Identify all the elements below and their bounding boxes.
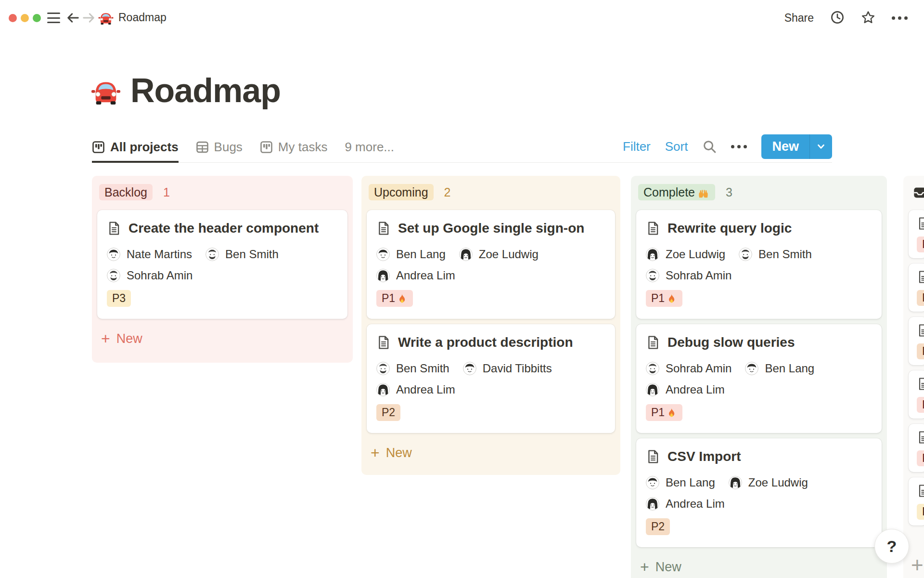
avatar [739,248,752,261]
help-button[interactable]: ? [874,529,909,564]
tab-my-tasks[interactable]: My tasks [260,133,328,163]
assignee: Sohrab Amin [646,362,732,375]
maximize-window-button[interactable] [33,14,41,22]
card-set-up-google-single-sign-on[interactable]: Set up Google single sign-on Ben Lang Zo… [367,210,615,319]
avatar [646,362,659,375]
assignee: Andrea Lim [376,383,455,396]
plus-icon: + [640,559,649,575]
more-options-icon[interactable] [892,16,908,20]
page-title-text[interactable]: Roadmap [130,71,281,110]
page-icon [917,270,924,284]
assignee: Zoe Ludwig [459,248,539,261]
view-tab-bar: All projects Bugs My tasks 9 more... Fil… [92,133,832,163]
card-partial[interactable]: P [909,263,924,312]
back-icon[interactable] [65,11,80,25]
card-partial[interactable]: P [909,424,924,472]
page-icon [917,377,924,391]
updates-clock-icon[interactable] [830,10,845,26]
avatar [459,248,473,261]
card-partial[interactable]: P [909,210,924,258]
priority-badge: P1 [376,290,413,307]
car-icon[interactable] [91,76,121,105]
card-count: 2 [444,185,451,199]
assignee: Ben Smith [205,248,279,261]
tab-all-projects[interactable]: All projects [92,133,179,163]
avatar [646,383,659,396]
card-create-the-header-component[interactable]: Create the header component Nate Martins… [97,210,347,319]
raised-hands-icon [697,186,710,199]
priority-badge: P1 [646,404,682,421]
assignee: Andrea Lim [376,269,455,282]
card-write-a-product-description[interactable]: Write a product description Ben Smith Da… [367,324,615,433]
add-card-button[interactable]: + New [97,331,347,346]
card-rewrite-query-logic[interactable]: Rewrite query logic Zoe Ludwig Ben Smith [636,210,882,319]
assignee: Zoe Ludwig [646,248,725,261]
card-partial[interactable]: P [909,477,924,525]
add-card-plus-icon[interactable]: + [911,553,924,577]
assignee: David Tibbitts [463,362,552,375]
page-icon [917,484,924,498]
add-card-button[interactable]: + New [367,445,615,460]
card-debug-slow-queries[interactable]: Debug slow queries Sohrab Amin Ben Lang [636,324,882,433]
favorite-star-icon[interactable] [861,10,875,26]
tab-more-views[interactable]: 9 more... [345,133,394,163]
assignee: Ben Smith [376,362,449,375]
priority-badge: P [917,343,924,359]
avatar [376,269,390,282]
sidebar-toggle-icon[interactable] [47,13,60,23]
assignee: Zoe Ludwig [729,476,808,489]
page-icon [376,335,391,350]
page-title: Roadmap [91,71,281,110]
priority-badge: P [917,236,924,252]
breadcrumb[interactable]: Roadmap [98,10,167,25]
priority-badge: P [917,450,924,466]
page-icon [917,217,924,230]
view-options-icon[interactable] [731,145,747,148]
priority-badge: P [917,504,924,520]
group-badge: Backlog [99,184,153,200]
new-button[interactable]: New [761,134,832,159]
avatar [646,497,659,511]
column-header[interactable]: Complete 3 [638,184,882,201]
avatar [646,476,659,489]
plus-icon: + [371,445,380,460]
card-partial[interactable]: P [909,370,924,419]
column-upcoming: Upcoming 2 Set up Google single sign-on … [361,176,620,475]
column-header[interactable] [912,184,924,201]
minimize-window-button[interactable] [21,14,29,22]
board-view-icon [260,141,273,154]
assignee: Sohrab Amin [107,269,192,282]
page-icon [376,221,391,236]
assignee: Nate Martins [107,248,192,261]
window-titlebar: Roadmap Share [0,0,924,36]
card-count: 3 [726,185,732,199]
table-view-icon [196,141,209,154]
avatar [376,383,390,396]
column-header[interactable]: Backlog 1 [99,184,347,201]
share-button[interactable]: Share [784,12,814,25]
page-icon [917,324,924,337]
plus-icon: + [101,331,110,346]
avatar [205,248,219,261]
add-card-button[interactable]: + New [636,559,882,575]
forward-icon[interactable] [82,11,96,25]
chevron-down-icon[interactable] [809,134,832,159]
card-csv-import[interactable]: CSV Import Ben Lang Zoe Ludwig [636,438,882,547]
column-header[interactable]: Upcoming 2 [369,184,615,201]
close-window-button[interactable] [9,14,17,22]
avatar [745,362,758,375]
sort-button[interactable]: Sort [665,139,688,154]
card-partial[interactable]: P [909,317,924,365]
priority-badge: P2 [376,404,400,421]
priority-badge: P [917,290,924,306]
priority-badge: P2 [646,518,670,535]
tab-bugs[interactable]: Bugs [196,133,243,163]
page-icon [646,335,660,350]
card-count: 1 [163,185,170,199]
assignee: Sohrab Amin [646,269,732,282]
column-partial: P P P P P P [903,176,924,578]
filter-button[interactable]: Filter [623,139,651,154]
search-icon[interactable] [702,139,717,154]
board-view-icon [92,141,105,154]
assignee: Andrea Lim [646,383,725,396]
